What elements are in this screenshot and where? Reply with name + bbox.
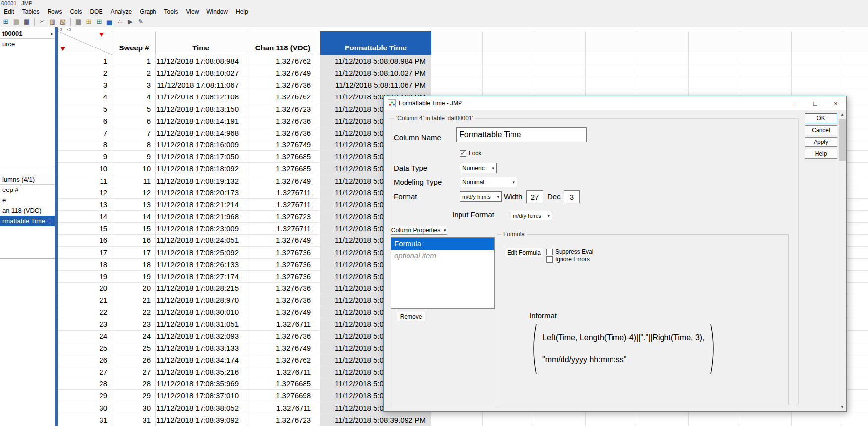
chan118-cell[interactable]: 1.3276723 <box>246 103 320 115</box>
open-file-icon[interactable]: ▤ <box>12 17 21 26</box>
chan118-cell[interactable]: 1.3276685 <box>246 163 320 175</box>
ok-button[interactable]: OK <box>805 113 837 123</box>
sweep-cell[interactable]: 7 <box>112 127 156 139</box>
row-number-cell[interactable]: 12 <box>58 187 112 199</box>
table-corner-cell[interactable] <box>58 31 112 55</box>
time-cell[interactable]: 11/12/2018 17:08:11:067 <box>156 79 246 91</box>
sweep-cell[interactable]: 2 <box>112 67 156 79</box>
sweep-cell[interactable]: 25 <box>112 342 156 354</box>
sweep-cell[interactable]: 21 <box>112 294 156 306</box>
chan118-cell[interactable]: 1.3276685 <box>246 151 320 163</box>
sweep-cell[interactable]: 26 <box>112 354 156 366</box>
row-number-cell[interactable]: 24 <box>58 331 112 342</box>
ignore-errors-checkbox[interactable] <box>546 256 553 263</box>
row-number-cell[interactable]: 7 <box>58 127 112 139</box>
chan118-cell[interactable]: 1.3276749 <box>246 67 320 79</box>
time-cell[interactable]: 11/12/2018 17:08:18:092 <box>156 163 246 175</box>
sweep-cell[interactable]: 11 <box>112 175 156 187</box>
format-dropdown[interactable]: m/d/y h:m:s ▾ <box>460 191 502 202</box>
row-number-cell[interactable]: 14 <box>58 211 112 223</box>
time-cell[interactable]: 11/12/2018 17:08:25:092 <box>156 247 246 259</box>
lock-checkbox[interactable] <box>460 150 466 157</box>
menu-graph[interactable]: Graph <box>136 8 160 16</box>
rows-menu-red-triangle-icon[interactable] <box>60 47 65 51</box>
time-cell[interactable]: 11/12/2018 17:08:10:027 <box>156 67 246 79</box>
row-number-cell[interactable]: 5 <box>58 103 112 115</box>
columns-panel-header[interactable]: lumns (4/1) <box>0 174 55 185</box>
time-cell[interactable]: 11/12/2018 17:08:35:216 <box>156 366 246 378</box>
window-titlebar[interactable]: 00001 - JMP <box>0 0 868 7</box>
annotate-pencil-icon[interactable]: ✎ <box>136 17 145 26</box>
chan118-cell[interactable]: 1.3276711 <box>246 402 320 414</box>
row-number-cell[interactable]: 22 <box>58 306 112 318</box>
toolbar-separator[interactable] <box>70 18 71 26</box>
chan118-cell[interactable]: 1.3276762 <box>246 354 320 366</box>
row-number-cell[interactable]: 8 <box>58 139 112 151</box>
sweep-cell[interactable]: 12 <box>112 187 156 199</box>
time-cell[interactable]: 11/12/2018 17:08:17:050 <box>156 151 246 163</box>
row-number-cell[interactable]: 15 <box>58 223 112 235</box>
row-number-cell[interactable]: 20 <box>58 283 112 294</box>
time-cell[interactable]: 11/12/2018 17:08:32:093 <box>156 331 246 342</box>
input-format-dropdown[interactable]: m/d/y h:m:s ▾ <box>511 211 552 220</box>
row-number-cell[interactable]: 31 <box>58 414 112 426</box>
row-number-cell[interactable]: 3 <box>58 79 112 91</box>
dialog-scrollbar[interactable]: ▲ ▼ <box>838 110 846 411</box>
menu-view[interactable]: View <box>182 8 203 16</box>
row-number-cell[interactable]: 10 <box>58 163 112 175</box>
sweep-cell[interactable]: 28 <box>112 378 156 390</box>
time-cell[interactable]: 11/12/2018 17:08:21:968 <box>156 211 246 223</box>
time-cell[interactable]: 11/12/2018 17:08:24:051 <box>156 235 246 246</box>
edit-formula-button[interactable]: Edit Formula <box>505 248 543 257</box>
row-number-cell[interactable]: 26 <box>58 354 112 366</box>
row-number-cell[interactable]: 6 <box>58 115 112 127</box>
time-cell[interactable]: 11/12/2018 17:08:33:133 <box>156 342 246 354</box>
chan118-cell[interactable]: 1.3276736 <box>246 294 320 306</box>
chan118-cell[interactable]: 1.3276736 <box>246 115 320 127</box>
chan118-cell[interactable]: 1.3276711 <box>246 366 320 378</box>
property-item-optional[interactable]: optional item <box>391 250 494 262</box>
chan118-cell[interactable]: 1.3276698 <box>246 390 320 402</box>
time-cell[interactable]: 11/12/2018 17:08:13:150 <box>156 103 246 115</box>
property-item-formula[interactable]: Formula <box>391 238 494 250</box>
maximize-button[interactable]: □ <box>805 96 825 110</box>
remove-button[interactable]: Remove <box>397 312 425 321</box>
time-cell[interactable]: 11/12/2018 17:08:38:052 <box>156 402 246 414</box>
sweep-cell[interactable]: 1 <box>112 55 156 67</box>
row-number-cell[interactable]: 27 <box>58 366 112 378</box>
chan118-cell[interactable]: 1.3276736 <box>246 79 320 91</box>
chan118-cell[interactable]: 1.3276736 <box>246 127 320 139</box>
time-cell[interactable]: 11/12/2018 17:08:26:133 <box>156 259 246 271</box>
row-number-cell[interactable]: 29 <box>58 390 112 402</box>
menu-tools[interactable]: Tools <box>160 8 182 16</box>
popout-arrow-icon[interactable]: ▸ <box>51 31 53 36</box>
time-cell[interactable]: 11/12/2018 17:08:12:108 <box>156 91 246 103</box>
row-number-cell[interactable]: 13 <box>58 199 112 211</box>
formattable-time-cell[interactable]: 11/12/2018 5:08:08.984 PM <box>320 55 431 67</box>
sweep-cell[interactable]: 15 <box>112 223 156 235</box>
save-file-icon[interactable]: ▦ <box>22 17 31 26</box>
sweep-cell[interactable]: 27 <box>112 366 156 378</box>
row-number-cell[interactable]: 16 <box>58 235 112 246</box>
scroll-up-icon[interactable]: ▲ <box>838 110 846 119</box>
row-number-cell[interactable]: 11 <box>58 175 112 187</box>
new-journal-icon[interactable]: ▤ <box>74 17 83 26</box>
chan118-cell[interactable]: 1.3276749 <box>246 235 320 246</box>
time-cell[interactable]: 11/12/2018 17:08:27:174 <box>156 271 246 283</box>
sidebar-item-source[interactable]: urce <box>0 39 55 49</box>
menu-analyze[interactable]: Analyze <box>106 8 136 16</box>
menu-tables[interactable]: Tables <box>18 8 44 16</box>
column-header-formattable-time[interactable]: Formattable Time <box>320 31 431 55</box>
row-number-cell[interactable]: 19 <box>58 271 112 283</box>
time-cell[interactable]: 11/12/2018 17:08:34:174 <box>156 354 246 366</box>
sweep-cell[interactable]: 22 <box>112 306 156 318</box>
chan118-cell[interactable]: 1.3276736 <box>246 259 320 271</box>
paste-icon[interactable]: ▧ <box>58 17 67 26</box>
row-number-cell[interactable]: 1 <box>58 55 112 67</box>
sweep-cell[interactable]: 3 <box>112 79 156 91</box>
minimize-button[interactable]: – <box>784 96 805 110</box>
time-cell[interactable]: 11/12/2018 17:08:08:984 <box>156 55 246 67</box>
formattable-time-cell[interactable]: 11/12/2018 5:08:11.067 PM <box>320 79 431 91</box>
suppress-eval-checkbox[interactable] <box>546 249 553 255</box>
toolbar-separator[interactable] <box>34 18 35 26</box>
